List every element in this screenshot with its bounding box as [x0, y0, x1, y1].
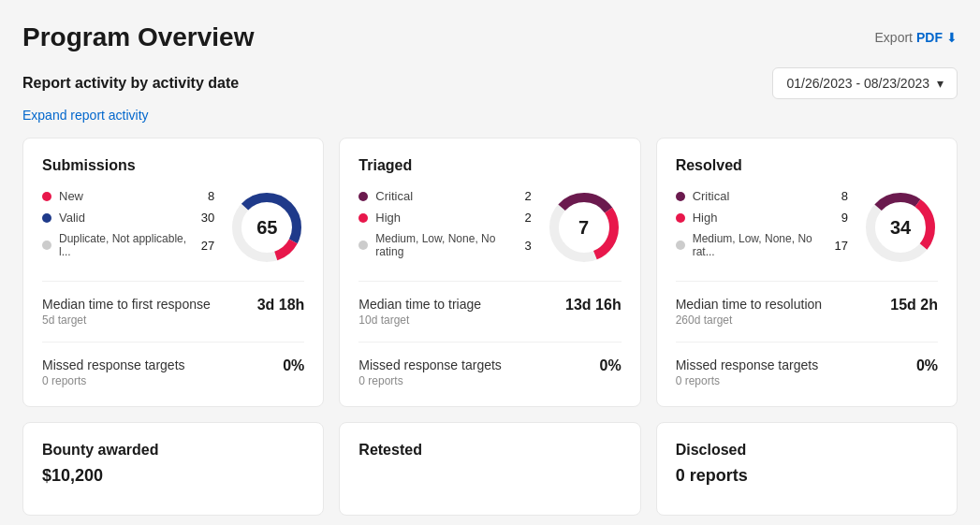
new-value: 8 — [208, 189, 214, 203]
resolved-medium-label: Medium, Low, None, No rat... — [693, 232, 824, 258]
metric1-value: 3d 18h — [257, 297, 305, 314]
triaged-legend-high: High 2 — [358, 211, 531, 225]
date-range-picker[interactable]: 01/26/2023 - 08/23/2023 ▾ — [772, 67, 958, 99]
triaged-top: Critical 2 High 2 Medium, Low, None, No … — [358, 189, 621, 266]
triaged-metric1: Median time to triage 10d target 13d 16h — [358, 297, 621, 327]
section-header: Report activity by activity date 01/26/2… — [22, 67, 958, 99]
triaged-legend-critical: Critical 2 — [358, 189, 531, 203]
divider1 — [42, 281, 304, 282]
resolved-critical-value: 8 — [841, 189, 848, 203]
resolved-medium-dot — [676, 241, 685, 250]
export-label: Export — [875, 30, 913, 45]
bounty-title: Bounty awarded — [42, 442, 304, 459]
bottom-cards-grid: Bounty awarded $10,200 Retested Disclose… — [22, 422, 958, 516]
bounty-value: $10,200 — [42, 466, 304, 486]
valid-dot — [42, 213, 51, 223]
resolved-legend-high: High 9 — [676, 211, 848, 225]
resolved-medium-value: 17 — [835, 239, 848, 253]
submissions-metric1: Median time to first response 5d target … — [42, 297, 304, 327]
triaged-metric2-value: 0% — [600, 357, 622, 374]
page-title: Program Overview — [22, 22, 254, 52]
triaged-donut: 7 — [547, 190, 622, 265]
page-header: Program Overview Export PDF ⬇ — [22, 22, 958, 52]
submissions-title: Submissions — [42, 157, 304, 174]
submissions-donut: 65 — [229, 190, 304, 265]
submissions-total: 65 — [256, 217, 277, 239]
resolved-metric1-label: Median time to resolution — [676, 297, 822, 312]
triaged-metric2-label: Missed response targets — [358, 357, 502, 372]
valid-label: Valid — [59, 211, 85, 225]
resolved-high-value: 9 — [841, 211, 848, 225]
triaged-card: Triaged Critical 2 High 2 — [339, 138, 640, 407]
resolved-critical-label: Critical — [693, 189, 730, 203]
download-icon[interactable]: ⬇ — [946, 30, 958, 45]
resolved-card: Resolved Critical 8 High 9 — [656, 138, 958, 407]
resolved-legend-medium: Medium, Low, None, No rat... 17 — [676, 232, 848, 258]
export-pdf-button[interactable]: PDF — [916, 30, 943, 45]
triaged-critical-label: Critical — [375, 189, 413, 203]
export-area: Export PDF ⬇ — [875, 30, 958, 45]
resolved-top: Critical 8 High 9 Medium, Low, None, No … — [676, 189, 938, 266]
resolved-high-label: High — [693, 211, 718, 225]
resolved-legend: Critical 8 High 9 Medium, Low, None, No … — [676, 189, 848, 266]
new-label: New — [59, 189, 83, 203]
divider2 — [42, 342, 304, 343]
resolved-divider2 — [676, 342, 938, 343]
submissions-top: New 8 Valid 30 Duplicate, Not applicable… — [42, 189, 304, 266]
resolved-metric2-value: 0% — [916, 357, 938, 374]
triaged-high-label: High — [375, 211, 401, 225]
triaged-metric1-label: Median time to triage — [358, 297, 481, 312]
bounty-card: Bounty awarded $10,200 — [22, 422, 324, 516]
chevron-down-icon: ▾ — [937, 76, 943, 91]
resolved-metric2-sub: 0 reports — [676, 374, 819, 387]
retested-card: Retested — [339, 422, 640, 516]
disclosed-card: Disclosed 0 reports — [656, 422, 958, 516]
metric1-sub: 5d target — [42, 314, 211, 327]
disclosed-title: Disclosed — [676, 442, 938, 459]
metric1-label: Median time to first response — [42, 297, 211, 312]
submissions-card: Submissions New 8 Valid 30 — [22, 138, 324, 407]
expand-report-activity-link[interactable]: Expand report activity — [22, 108, 149, 123]
resolved-metric2: Missed response targets 0 reports 0% — [676, 357, 938, 387]
date-range-value: 01/26/2023 - 08/23/2023 — [786, 76, 929, 91]
duplicate-dot — [42, 241, 51, 250]
triaged-divider1 — [358, 281, 621, 282]
resolved-metric2-label: Missed response targets — [676, 357, 819, 372]
triaged-legend: Critical 2 High 2 Medium, Low, None, No … — [358, 189, 531, 266]
triaged-title: Triaged — [358, 157, 621, 174]
duplicate-value: 27 — [201, 239, 214, 253]
resolved-divider1 — [676, 281, 938, 282]
triaged-medium-value: 3 — [524, 239, 531, 253]
triaged-metric2-sub: 0 reports — [358, 374, 502, 387]
retested-title: Retested — [358, 442, 621, 459]
metric2-value: 0% — [283, 357, 304, 374]
triaged-metric2: Missed response targets 0 reports 0% — [358, 357, 621, 387]
submissions-metric2: Missed response targets 0 reports 0% — [42, 357, 304, 387]
legend-item-duplicate: Duplicate, Not applicable, l... 27 — [42, 232, 214, 258]
triaged-divider2 — [358, 342, 621, 343]
triaged-high-value: 2 — [524, 211, 531, 225]
triaged-metric1-sub: 10d target — [358, 314, 481, 327]
triaged-high-dot — [358, 213, 368, 223]
resolved-legend-critical: Critical 8 — [676, 189, 848, 203]
main-cards-grid: Submissions New 8 Valid 30 — [22, 138, 958, 407]
resolved-total: 34 — [890, 217, 911, 239]
resolved-metric1-sub: 260d target — [676, 314, 822, 327]
legend-item-new: New 8 — [42, 189, 214, 203]
resolved-critical-dot — [676, 192, 685, 201]
legend-item-valid: Valid 30 — [42, 211, 214, 225]
disclosed-value: 0 reports — [676, 466, 938, 486]
valid-value: 30 — [201, 211, 214, 225]
resolved-metric1-value: 15d 2h — [890, 297, 938, 314]
triaged-medium-dot — [358, 241, 368, 250]
resolved-high-dot — [676, 213, 685, 223]
resolved-metric1: Median time to resolution 260d target 15… — [676, 297, 938, 327]
triaged-legend-medium: Medium, Low, None, No rating 3 — [358, 232, 531, 258]
triaged-total: 7 — [578, 217, 589, 239]
submissions-legend: New 8 Valid 30 Duplicate, Not applicable… — [42, 189, 214, 266]
duplicate-label: Duplicate, Not applicable, l... — [59, 232, 190, 258]
triaged-critical-dot — [358, 192, 368, 201]
triaged-metric1-value: 13d 16h — [565, 297, 622, 314]
triaged-medium-label: Medium, Low, None, No rating — [375, 232, 513, 258]
metric2-sub: 0 reports — [42, 374, 185, 387]
